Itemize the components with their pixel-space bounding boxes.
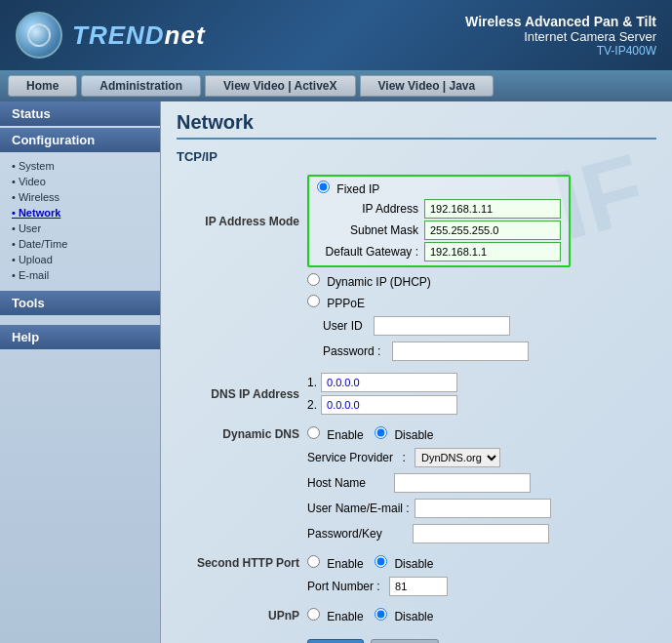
ddns-disable-radio[interactable]	[375, 426, 387, 439]
upnp-disable-radio[interactable]	[375, 608, 387, 621]
gateway-row: Default Gateway : 192.168.1.1	[317, 242, 561, 261]
service-provider-label: Service Provider	[307, 451, 393, 464]
header: TRENDnet Wireless Advanced Pan & Tilt In…	[0, 0, 672, 70]
dns2-num: 2.	[307, 398, 317, 412]
fixed-ip-label: Fixed IP	[336, 182, 379, 196]
dns1-input[interactable]: 0.0.0.0	[321, 373, 457, 392]
port-number-input[interactable]: 81	[389, 577, 448, 596]
upnp-row: UPnP Enable Disable	[177, 605, 656, 626]
subnet-mask-row: Subnet Mask 255.255.255.0	[317, 221, 561, 240]
fixed-ip-radio[interactable]	[317, 181, 330, 193]
logo-area: TRENDnet	[16, 12, 206, 59]
sidebar-tools[interactable]: Tools	[0, 291, 160, 315]
main-layout: Status Configuration System Video Wirele…	[0, 101, 672, 643]
upnp-disable-label: Disable	[394, 610, 433, 623]
service-provider-select[interactable]: DynDNS.org No-IP TZO	[415, 448, 500, 467]
password-input[interactable]	[392, 342, 529, 361]
ip-mode-label: IP Address Mode	[177, 172, 303, 270]
host-name-input[interactable]	[394, 473, 531, 493]
dynamic-dns-label: Dynamic DNS	[177, 423, 303, 445]
sidebar-configuration[interactable]: Configuration	[0, 128, 160, 152]
sidebar-help[interactable]: Help	[0, 325, 160, 349]
http-port-label: Second HTTP Port	[177, 552, 303, 574]
sidebar-status[interactable]: Status	[0, 101, 160, 126]
password-key-input[interactable]	[413, 524, 549, 543]
ip-address-label: IP Address	[317, 202, 424, 216]
nav-view-video-java[interactable]: View Video | Java	[360, 75, 494, 97]
dynamic-ip-row: Dynamic IP (DHCP)	[177, 270, 656, 292]
port-number-row: Port Number : 81	[177, 574, 656, 599]
header-title2: Internet Camera Server	[465, 29, 656, 44]
dns2-row: 2. 0.0.0.0	[307, 395, 652, 415]
action-buttons-row: Save Cancel	[177, 636, 656, 643]
httpport-enable-radio[interactable]	[307, 555, 320, 568]
user-id-input[interactable]	[374, 316, 510, 336]
port-number-label: Port Number :	[307, 580, 380, 593]
httpport-disable-label: Disable	[394, 557, 433, 571]
sidebar-item-network[interactable]: Network	[12, 205, 160, 221]
pppoe-radio[interactable]	[307, 295, 320, 307]
fixed-ip-box: Fixed IP IP Address 192.168.1.11 Subnet …	[307, 175, 571, 267]
default-gateway-input[interactable]: 192.168.1.1	[424, 242, 561, 261]
user-id-row: User ID	[177, 313, 656, 339]
dns2-input[interactable]: 0.0.0.0	[321, 395, 457, 415]
password-key-label: Password/Key	[307, 527, 382, 541]
ddns-disable-label: Disable	[394, 428, 433, 442]
sidebar-item-user[interactable]: User	[12, 221, 160, 236]
http-port-row: Second HTTP Port Enable Disable	[177, 552, 656, 574]
sidebar-item-video[interactable]: Video	[12, 174, 160, 189]
logo-text: TRENDnet	[72, 20, 206, 51]
nav-view-video-activex-group: View Video | ActiveX	[205, 75, 356, 97]
sidebar-links: System Video Wireless Network User Date/…	[0, 154, 160, 291]
page-title: Network	[177, 111, 656, 140]
host-name-row: Host Name	[177, 470, 656, 496]
ip-address-input[interactable]: 192.168.1.11	[424, 199, 561, 219]
httpport-enable-label: Enable	[327, 557, 363, 571]
nav-view-video-java-group: View Video | Java	[360, 75, 494, 97]
username-email-row: User Name/E-mail :	[177, 496, 656, 521]
sidebar-item-email[interactable]: E-mail	[12, 267, 160, 283]
content-area: IF Network TCP/IP IP Address Mode Fixed …	[161, 101, 672, 643]
header-info: Wireless Advanced Pan & Tilt Internet Ca…	[465, 14, 656, 58]
nav-view-video-activex[interactable]: View Video | ActiveX	[205, 75, 356, 97]
sidebar-item-upload[interactable]: Upload	[12, 252, 160, 267]
sidebar-item-system[interactable]: System	[12, 158, 160, 174]
network-form: IP Address Mode Fixed IP IP Address 192.…	[177, 172, 656, 643]
service-provider-row: Service Provider : DynDNS.org No-IP TZO	[177, 445, 656, 470]
nav-home[interactable]: Home	[8, 75, 77, 97]
fixed-ip-option-row: Fixed IP	[317, 181, 561, 196]
dynamic-ip-radio[interactable]	[307, 273, 320, 286]
pppoe-row: PPPoE	[177, 292, 656, 313]
dns1-row: 1. 0.0.0.0	[307, 373, 652, 392]
dynamic-ip-label: Dynamic IP (DHCP)	[327, 275, 430, 289]
ddns-enable-radio[interactable]	[307, 426, 320, 439]
dns-ip-row: DNS IP Address 1. 0.0.0.0 2. 0.0.0.0	[177, 370, 656, 418]
ip-mode-value: Fixed IP IP Address 192.168.1.11 Subnet …	[303, 172, 656, 270]
header-title1: Wireless Advanced Pan & Tilt	[465, 14, 656, 29]
navbar: Home Administration View Video | ActiveX…	[0, 70, 672, 101]
sidebar-item-datetime[interactable]: Date/Time	[12, 236, 160, 252]
upnp-enable-radio[interactable]	[307, 608, 320, 621]
cancel-button[interactable]: Cancel	[371, 639, 438, 643]
subnet-mask-label: Subnet Mask	[317, 223, 424, 237]
password-key-row: Password/Key	[177, 521, 656, 546]
subnet-mask-input[interactable]: 255.255.255.0	[424, 221, 561, 240]
dynamic-dns-row: Dynamic DNS Enable Disable	[177, 423, 656, 445]
upnp-enable-label: Enable	[327, 610, 363, 623]
sidebar: Status Configuration System Video Wirele…	[0, 101, 161, 643]
page-content: Network TCP/IP IP Address Mode Fixed IP …	[161, 101, 672, 643]
username-email-input[interactable]	[415, 499, 551, 518]
dns-ip-label: DNS IP Address	[177, 370, 303, 418]
sidebar-item-wireless[interactable]: Wireless	[12, 189, 160, 205]
header-model: TV-IP400W	[465, 44, 656, 58]
httpport-disable-radio[interactable]	[375, 555, 387, 568]
default-gateway-label: Default Gateway :	[317, 245, 424, 259]
pppoe-label: PPPoE	[327, 297, 365, 310]
nav-administration[interactable]: Administration	[81, 75, 201, 97]
dns1-num: 1.	[307, 376, 317, 389]
upnp-label: UPnP	[177, 605, 303, 626]
user-id-label: User ID	[323, 319, 363, 333]
section-tcpip: TCP/IP	[177, 149, 656, 164]
host-name-label: Host Name	[307, 476, 366, 490]
save-button[interactable]: Save	[307, 639, 364, 643]
